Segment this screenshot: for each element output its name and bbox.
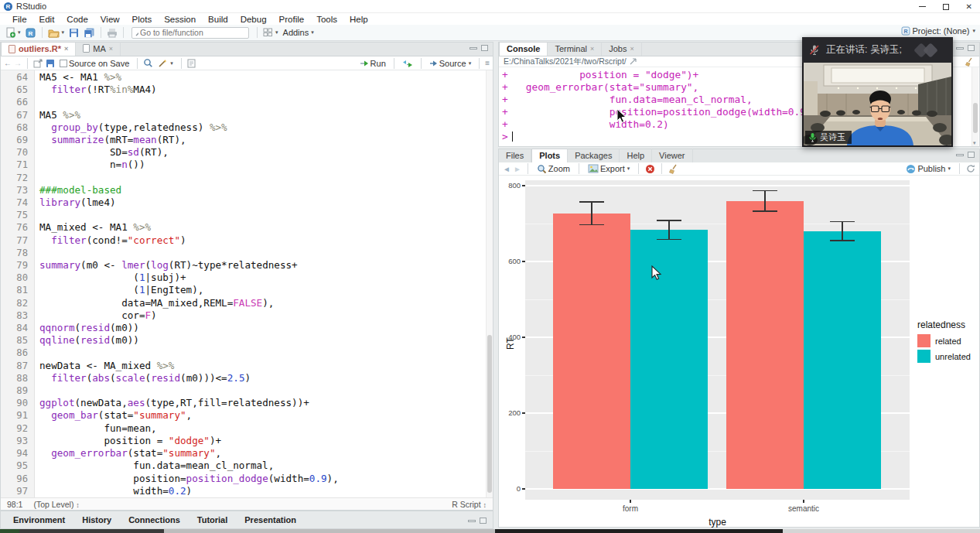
menu-help[interactable]: Help (343, 15, 374, 24)
maximize-pane-icon[interactable] (968, 45, 975, 51)
env-tab-connections[interactable]: Connections (121, 513, 188, 527)
console-tab-terminal[interactable]: Terminal× (548, 42, 602, 56)
run-button[interactable]: Run (357, 58, 388, 69)
code-line: position=position_dodge(width=0.9), (39, 473, 485, 485)
maximize-button[interactable] (943, 4, 949, 10)
env-tab-tutorial[interactable]: Tutorial (190, 513, 236, 527)
menu-plots[interactable]: Plots (126, 15, 159, 24)
save-button[interactable] (67, 27, 81, 39)
plots-pane-minmax[interactable] (956, 152, 975, 158)
next-plot-icon[interactable]: ► (514, 165, 521, 173)
code-tools-button[interactable]: ▾ (155, 58, 176, 69)
save-all-button[interactable] (81, 27, 97, 39)
code-editor[interactable]: 6465666768697071727374757677787980818283… (1, 70, 493, 497)
popout-icon[interactable] (33, 59, 43, 68)
refresh-icon[interactable] (966, 164, 975, 173)
console-pane-minmax[interactable] (956, 45, 975, 51)
line-number: 75 (1, 209, 28, 221)
remove-plot-icon[interactable] (645, 164, 655, 174)
code-content[interactable]: MA5 <- MA1 %>% filter(!RT%in%MA4) MA5 %>… (35, 70, 485, 497)
close-tab-icon[interactable]: × (590, 45, 594, 53)
save-icon[interactable] (46, 59, 55, 68)
menu-bar: FileEditCodeViewPlotsSessionBuildDebugPr… (0, 13, 980, 25)
document-outline-icon[interactable]: ≡ (485, 59, 490, 67)
editor-tab-outliersR[interactable]: outliers.R*× (1, 42, 76, 56)
close-tab-icon[interactable]: × (630, 45, 634, 53)
plots-tab-viewer[interactable]: Viewer (652, 149, 692, 162)
open-file-button[interactable]: ▾ (46, 27, 67, 39)
find-replace-icon[interactable] (143, 58, 153, 68)
minimize-pane-icon[interactable] (956, 47, 964, 50)
scope-selector[interactable]: (Top Level) ↕ (33, 500, 79, 509)
back-icon[interactable]: ← (4, 59, 12, 67)
close-tab-icon[interactable]: × (109, 45, 113, 53)
maximize-pane-icon[interactable] (481, 45, 488, 51)
menu-tools[interactable]: Tools (310, 15, 343, 24)
minimize-button[interactable] (919, 6, 926, 7)
env-tab-history[interactable]: History (74, 513, 119, 527)
plots-tab-files[interactable]: Files (499, 149, 531, 162)
minimize-pane-icon[interactable] (470, 47, 477, 50)
minimize-pane-icon[interactable] (468, 520, 476, 522)
console-scrollbar[interactable]: ▾ (971, 67, 978, 146)
clear-console-broom-icon[interactable] (965, 57, 975, 67)
menu-session[interactable]: Session (158, 15, 202, 24)
env-tab-environment[interactable]: Environment (5, 513, 73, 527)
video-conference-overlay[interactable]: 正在讲话: 吴诗玉; (802, 37, 953, 147)
zoom-plot-button[interactable]: Zoom (534, 163, 572, 175)
console-tab-jobs[interactable]: Jobs× (602, 42, 642, 56)
menu-profile[interactable]: Profile (273, 15, 311, 24)
menu-code[interactable]: Code (60, 15, 94, 24)
environment-pane-minmax[interactable] (468, 518, 487, 524)
export-plot-button[interactable]: Export▾ (586, 163, 632, 174)
editor-scrollbar-thumb[interactable] (487, 335, 492, 493)
mouse-cursor-black (616, 108, 627, 124)
addins-button[interactable]: Addins▾ (281, 27, 316, 38)
close-tab-icon[interactable]: × (64, 45, 68, 53)
source-button[interactable]: Source▾ (427, 58, 473, 69)
previous-plot-icon[interactable]: ◄ (503, 165, 510, 173)
pane-layout-button[interactable]: ▾ (261, 27, 281, 38)
plots-tab-help[interactable]: Help (620, 149, 652, 162)
source-arrow-icon (429, 60, 438, 67)
y-tick-label: 200 (500, 408, 521, 417)
plots-tab-packages[interactable]: Packages (568, 149, 620, 162)
menu-edit[interactable]: Edit (33, 15, 61, 24)
goto-directory-icon[interactable] (630, 58, 637, 65)
rerun-button[interactable] (400, 59, 415, 68)
console-scrollbar-thumb[interactable] (973, 103, 978, 133)
env-tab-presentation[interactable]: Presentation (237, 513, 304, 527)
console-tab-console[interactable]: Console (499, 42, 548, 56)
editor-scrollbar[interactable] (486, 70, 493, 497)
goto-file-searchbox[interactable] (131, 27, 249, 39)
menu-build[interactable]: Build (202, 15, 234, 24)
menu-file[interactable]: File (6, 15, 33, 24)
new-project-button[interactable]: R (23, 26, 39, 39)
menu-view[interactable]: View (94, 15, 126, 24)
plots-tab-plots[interactable]: Plots (531, 149, 568, 162)
maximize-pane-icon[interactable] (968, 152, 975, 158)
filetype-selector[interactable]: R Script ↕ (452, 500, 487, 509)
maximize-pane-icon[interactable] (480, 518, 487, 524)
minimize-pane-icon[interactable] (956, 154, 964, 156)
project-selector[interactable]: R Project: (None)▾ (901, 26, 976, 36)
compile-report-icon[interactable] (187, 59, 196, 68)
clear-all-plots-broom-icon[interactable] (668, 164, 679, 174)
print-button[interactable] (104, 27, 120, 39)
editor-pane-minmax[interactable] (470, 45, 488, 51)
scroll-down-icon[interactable]: ▾ (973, 140, 976, 146)
close-button[interactable]: ✕ (966, 3, 972, 11)
forward-icon[interactable]: → (14, 59, 22, 67)
source-on-save-checkbox[interactable]: Source on Save (57, 58, 131, 69)
code-line: fun=mean, (39, 422, 485, 435)
editor-tab-MA[interactable]: MA× (76, 42, 121, 56)
errorbar-line (591, 202, 592, 224)
menu-debug[interactable]: Debug (234, 15, 273, 24)
goto-file-input[interactable] (138, 27, 246, 38)
publish-button[interactable]: Publish▾ (903, 163, 953, 175)
new-file-icon (5, 27, 15, 38)
checkbox-icon[interactable] (60, 60, 67, 67)
working-directory-path[interactable]: E:/ChinaTalks/2021年/two/Rscript/ (504, 56, 627, 67)
line-number: 94 (1, 447, 28, 460)
new-file-button[interactable]: ▾ (3, 26, 23, 39)
